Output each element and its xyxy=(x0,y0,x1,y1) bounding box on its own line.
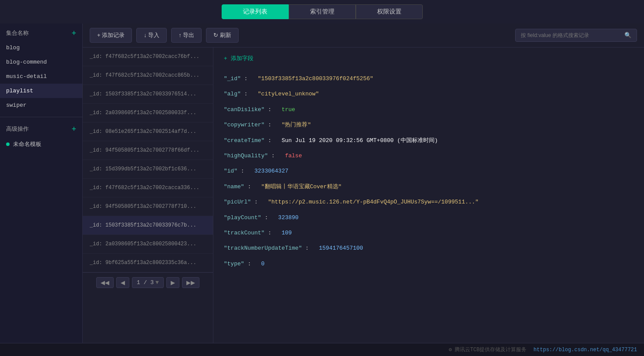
field-key: "createTime" xyxy=(224,137,265,144)
field-copywriter: "copywriter" : "热门推荐" xyxy=(224,117,634,132)
record-item-active[interactable]: _id: 1503f3385f13a2c70033976c7b... xyxy=(83,216,213,235)
field-highQuality: "highQuality" : false xyxy=(224,148,634,163)
record-list: _id: f47f682c5f13a2c7002cacc76bf... _id:… xyxy=(83,47,213,343)
field-key: "highQuality" xyxy=(224,153,268,159)
field-alg: "alg" : "cityLevel_unknow" xyxy=(224,86,634,102)
tab-index[interactable]: 索引管理 xyxy=(289,4,356,19)
field-key: "copywriter" xyxy=(224,122,265,128)
add-record-button[interactable]: + 添加记录 xyxy=(90,28,132,43)
advanced-operations-header: 高级操作 + xyxy=(0,122,82,136)
record-item[interactable]: _id: 94f505805f13a2c7002778f66df... xyxy=(83,141,213,160)
field-key: "_id" xyxy=(224,75,241,82)
field-value: "1503f3385f13a2c80033976f024f5256" xyxy=(258,75,373,82)
field-value: Sun Jul 19 2020 09:32:56 GMT+0800 (中国标准时… xyxy=(282,137,438,144)
advanced-label: 高级操作 xyxy=(6,125,29,133)
field-id: "_id" : "1503f3385f13a2c80033976f024f525… xyxy=(224,71,634,86)
refresh-button[interactable]: ↻ 刷新 xyxy=(206,28,239,43)
field-value: "翻唱辑丨华语宝藏Cover精选" xyxy=(261,183,342,190)
field-key: "name" xyxy=(224,183,244,190)
add-collection-button[interactable]: + xyxy=(71,29,76,37)
tab-permissions[interactable]: 权限设置 xyxy=(356,4,423,19)
tcb-label: 腾讯云TCB提供存储及计算服务 xyxy=(455,346,527,353)
record-item[interactable]: _id: f47f682c5f13a2c7002cacca336... xyxy=(83,179,213,197)
toolbar: + 添加记录 ↓ 导入 ↑ 导出 ↻ 刷新 🔍 xyxy=(83,24,644,47)
bottom-bar: ⚙ 腾讯云TCB提供存储及计算服务 https://blog.csdn.net/… xyxy=(0,343,644,356)
field-value: 0 xyxy=(261,261,265,267)
collection-label: 集合名称 xyxy=(6,29,29,37)
page-info: 1 / 3 ▼ xyxy=(132,277,164,288)
field-value: 3233064327 xyxy=(254,168,288,174)
field-separator: : xyxy=(254,199,264,205)
field-value: false xyxy=(285,153,302,159)
top-tabs: 记录列表 索引管理 权限设置 xyxy=(0,0,644,24)
field-value: 1594176457100 xyxy=(319,245,363,251)
tcb-logo: ⚙ 腾讯云TCB提供存储及计算服务 xyxy=(449,346,527,353)
field-separator: : xyxy=(268,230,278,236)
page-number: 1 / 3 xyxy=(137,279,154,286)
field-picUrl: "picUrl" : "https://p2.music.126.net/Y-p… xyxy=(224,194,634,210)
field-canDislike: "canDislike" : true xyxy=(224,102,634,117)
field-playCount: "playCount" : 323890 xyxy=(224,210,634,225)
next-page-button[interactable]: ▶ xyxy=(166,277,179,288)
field-name: "name" : "翻唱辑丨华语宝藏Cover精选" xyxy=(224,179,634,194)
field-value: "cityLevel_unknow" xyxy=(258,91,319,97)
field-separator: : xyxy=(241,168,251,174)
field-key: "canDislike" xyxy=(224,106,265,113)
field-separator: : xyxy=(248,183,258,190)
template-label: 未命名模板 xyxy=(13,140,41,148)
search-input[interactable] xyxy=(521,32,621,38)
field-id-num: "id" : 3233064327 xyxy=(224,163,634,179)
field-key: "alg" xyxy=(224,91,241,97)
field-separator: : xyxy=(268,137,278,144)
field-createTime: "createTime" : Sun Jul 19 2020 09:32:56 … xyxy=(224,133,634,148)
field-key: "type" xyxy=(224,261,244,267)
prev-page-button[interactable]: ◀ xyxy=(116,277,129,288)
tcb-icon: ⚙ xyxy=(449,346,452,353)
record-item[interactable]: _id: 94f505805f13a2c7002778f710... xyxy=(83,197,213,216)
sidebar-item-blog[interactable]: blog xyxy=(0,41,82,55)
main-layout: 集合名称 + blog blog-commend music-detail pl… xyxy=(0,24,644,343)
record-item[interactable]: _id: 2a0398605f13a2c80025800423... xyxy=(83,235,213,254)
field-value: "https://p2.music.126.net/Y-pB4dFvQ4pO_J… xyxy=(268,199,479,205)
sidebar-item-music-detail[interactable]: music-detail xyxy=(0,69,82,84)
field-separator: : xyxy=(305,245,315,251)
records-layout: _id: f47f682c5f13a2c7002cacc76bf... _id:… xyxy=(83,47,644,343)
search-box: 🔍 xyxy=(515,29,637,42)
field-separator: : xyxy=(268,122,278,128)
record-item[interactable]: _id: f47f682c5f13a2c7002cacc865b... xyxy=(83,66,213,85)
record-item[interactable]: _id: f47f682c5f13a2c7002cacc76bf... xyxy=(83,47,213,66)
sidebar: 集合名称 + blog blog-commend music-detail pl… xyxy=(0,24,83,343)
record-item[interactable]: _id: 08e51e265f13a2c7002514af7d... xyxy=(83,122,213,141)
field-value: 109 xyxy=(282,230,292,236)
export-button[interactable]: ↑ 导出 xyxy=(171,28,202,43)
search-icon: 🔍 xyxy=(624,32,631,39)
record-item[interactable]: _id: 9bf625a55f13a2c8002335c36a... xyxy=(83,254,213,272)
last-page-button[interactable]: ▶▶ xyxy=(182,277,199,288)
add-field-button[interactable]: + 添加字段 xyxy=(224,54,634,62)
record-item[interactable]: _id: 15d399db5f13a2c7002bf1c636... xyxy=(83,160,213,179)
field-key: "picUrl" xyxy=(224,199,251,205)
add-advanced-button[interactable]: + xyxy=(71,125,76,133)
sidebar-item-swiper[interactable]: swiper xyxy=(0,98,82,112)
field-separator: : xyxy=(244,75,254,82)
field-separator: : xyxy=(268,106,278,113)
page-dropdown-icon[interactable]: ▼ xyxy=(155,279,159,286)
field-separator: : xyxy=(248,261,258,267)
field-separator: : xyxy=(271,153,281,159)
template-dot-icon xyxy=(6,142,10,146)
field-key: "id" xyxy=(224,168,237,174)
tab-records[interactable]: 记录列表 xyxy=(222,4,289,19)
sidebar-item-blog-commend[interactable]: blog-commend xyxy=(0,55,82,69)
csdn-link[interactable]: https://blog.csdn.net/qq_43477721 xyxy=(533,347,637,353)
field-value: true xyxy=(282,106,295,113)
record-item[interactable]: _id: 1503f3385f13a2c70033976514... xyxy=(83,85,213,104)
import-button[interactable]: ↓ 导入 xyxy=(136,28,167,43)
sidebar-item-playlist[interactable]: playlist xyxy=(0,84,82,98)
template-item[interactable]: 未命名模板 xyxy=(0,136,82,152)
field-type: "type" : 0 xyxy=(224,256,634,271)
sidebar-divider xyxy=(0,117,82,117)
record-item[interactable]: _id: 2a0398605f13a2c7002580033f... xyxy=(83,104,213,122)
first-page-button[interactable]: ◀◀ xyxy=(96,277,114,288)
field-trackCount: "trackCount" : 109 xyxy=(224,225,634,241)
field-value: 323890 xyxy=(278,214,299,221)
